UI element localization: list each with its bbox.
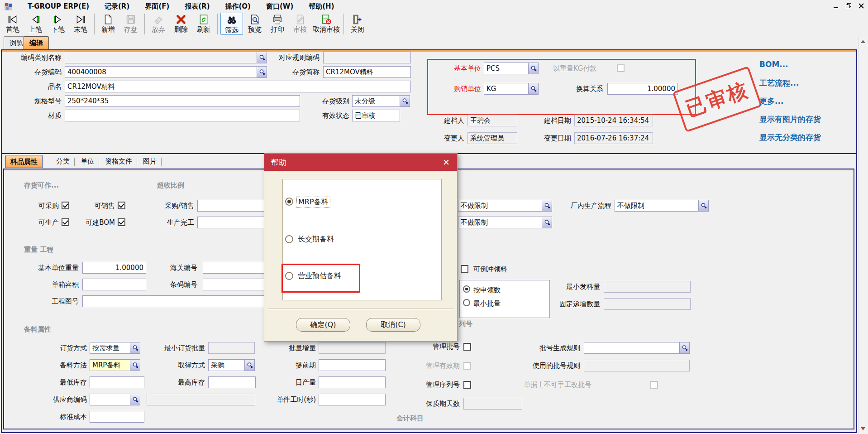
issue-by-request-radio[interactable] (463, 285, 470, 293)
code-category-field[interactable] (65, 52, 267, 63)
option-mrp-radio[interactable] (285, 198, 293, 206)
conversion-field[interactable]: 1.00000 (607, 83, 678, 95)
print-button[interactable]: 打印 (267, 13, 288, 34)
restore-icon[interactable] (845, 3, 852, 9)
menu-report[interactable]: 报表(R) (185, 2, 210, 11)
item-code-field[interactable]: 400400008 (65, 66, 267, 78)
can-build-bom-checkbox[interactable] (118, 218, 125, 226)
toolbar-separator (94, 14, 95, 34)
filter-button[interactable]: 筛选 (220, 13, 243, 35)
lookup-icon[interactable] (679, 342, 689, 353)
create-date-field: 2015-10-24 16:34:54 (574, 115, 653, 126)
link-bom[interactable]: BOM... (759, 60, 788, 69)
delete-button[interactable]: 删除 (170, 13, 192, 34)
lead-time-field[interactable] (319, 359, 386, 371)
restriction-b-field[interactable]: 不做限制 (458, 217, 552, 228)
min-stock-field[interactable] (90, 376, 144, 388)
unit-work-seconds-field[interactable] (319, 394, 386, 405)
prev-record-button[interactable]: 上笔 (24, 13, 46, 34)
lookup-icon[interactable] (528, 63, 538, 74)
menu-operation[interactable]: 操作(O) (225, 2, 251, 11)
menu-help[interactable]: 帮助(H) (309, 2, 334, 11)
lookup-icon[interactable] (244, 360, 254, 371)
lookup-icon[interactable] (542, 217, 552, 228)
toolbar-label: 新增 (101, 26, 115, 34)
subtab-qualification-files[interactable]: 资格文件 (100, 155, 137, 168)
customs-code-field[interactable] (203, 262, 271, 274)
dialog-close-icon[interactable]: ✕ (441, 157, 452, 168)
supplier-code-field[interactable] (90, 394, 140, 405)
over-production-field[interactable] (197, 217, 274, 228)
option-mrp-label[interactable]: MRP备料 (296, 197, 330, 208)
order-mode-field[interactable]: 按需求量 (90, 342, 140, 354)
spec-model-field[interactable]: 250*240*35 (65, 95, 300, 107)
menu-window[interactable]: 窗口(W) (266, 2, 293, 11)
cancel-audit-button[interactable]: 取消审核 (312, 13, 341, 34)
lookup-icon[interactable] (528, 83, 538, 94)
daily-output-field[interactable] (319, 376, 386, 388)
scroll-down-icon[interactable] (858, 424, 868, 433)
scroll-up-icon[interactable] (858, 37, 868, 46)
dialog-separator (268, 308, 453, 310)
lookup-icon[interactable] (698, 200, 708, 211)
first-record-button[interactable]: 首笔 (2, 13, 24, 34)
minimize-icon[interactable] (833, 3, 839, 9)
item-abbr-field[interactable]: CR12MOV精料 (323, 66, 411, 78)
close-icon[interactable] (858, 3, 864, 9)
menu-interface[interactable]: 界面(F) (145, 2, 169, 11)
link-show-items-with-images[interactable]: 显示有图片的存货 (759, 114, 821, 125)
help-dialog-titlebar[interactable]: 帮助 (264, 154, 457, 171)
trade-unit-field[interactable]: KG (484, 83, 539, 95)
rule-code-field[interactable] (323, 52, 411, 63)
producible-checkbox[interactable] (62, 218, 69, 226)
box-volume-field[interactable] (82, 279, 146, 290)
sellable-checkbox[interactable] (118, 202, 125, 209)
lookup-icon[interactable] (130, 360, 140, 371)
base-unit-field[interactable]: PCS (484, 63, 539, 74)
tab-edit[interactable]: 编辑 (24, 36, 49, 50)
menu-record[interactable]: 记录(R) (105, 2, 129, 11)
subtab-images[interactable]: 图片 (138, 155, 161, 168)
lookup-icon[interactable] (130, 394, 140, 405)
manage-batch-checkbox[interactable] (463, 343, 471, 351)
batch-gen-rule-field[interactable] (584, 342, 690, 354)
subtab-item-attributes[interactable]: 料品属性 (5, 155, 43, 168)
std-cost-field[interactable] (90, 411, 144, 423)
factory-flow-field[interactable]: 不做限制 (615, 200, 709, 212)
purchasable-checkbox[interactable] (62, 202, 69, 209)
last-record-button[interactable]: 末笔 (70, 13, 91, 34)
material-field[interactable] (65, 110, 300, 121)
restriction-a-field[interactable]: 不做限制 (458, 200, 552, 212)
manage-serial-checkbox[interactable] (463, 381, 471, 389)
barcode-field[interactable] (203, 279, 271, 290)
option-long-lead-label[interactable]: 长交期备料 (296, 234, 335, 245)
help-dialog: 帮助 ✕ MRP备料 长交期备料 营业预估备料 确定(Q) 取消(C) (264, 153, 458, 342)
lookup-icon[interactable] (130, 342, 140, 353)
issue-min-batch-radio[interactable] (463, 299, 470, 306)
cancel-button[interactable]: 取消(C) (366, 318, 420, 332)
lookup-icon[interactable] (400, 96, 410, 106)
drawing-no-field[interactable] (82, 295, 271, 307)
new-button[interactable]: 新增 (97, 13, 119, 34)
max-stock-field[interactable] (208, 376, 256, 388)
subtab-units[interactable]: 单位 (76, 155, 99, 168)
vertical-scrollbar[interactable] (858, 37, 868, 433)
preview-button[interactable]: 预览 (244, 13, 266, 34)
link-process-flow[interactable]: 工艺流程... (759, 78, 799, 88)
menu-app[interactable]: T-GROUP ERP(E) (28, 2, 89, 10)
next-record-button[interactable]: 下笔 (47, 13, 69, 34)
over-purchase-sell-field[interactable] (197, 200, 274, 212)
refresh-button[interactable]: 刷新 (193, 13, 215, 34)
item-name-field[interactable]: CR12MOV精料 (65, 81, 411, 92)
item-level-field[interactable]: 未分级 (352, 95, 410, 107)
link-more[interactable]: 更多... (759, 96, 783, 106)
ok-button[interactable]: 确定(Q) (296, 318, 350, 332)
backflush-checkbox[interactable] (461, 265, 468, 273)
stock-method-field[interactable]: MRP备料 (90, 359, 140, 371)
subtab-classification[interactable]: 分类 (52, 155, 74, 168)
base-unit-weight-field[interactable]: 1.00000 (82, 262, 146, 274)
link-show-unclassified-items[interactable]: 显示无分类的存货 (759, 132, 821, 143)
acquire-mode-field[interactable]: 采购 (208, 359, 255, 371)
option-long-lead-radio[interactable] (285, 235, 293, 243)
close-window-button[interactable]: 关闭 (347, 13, 368, 34)
